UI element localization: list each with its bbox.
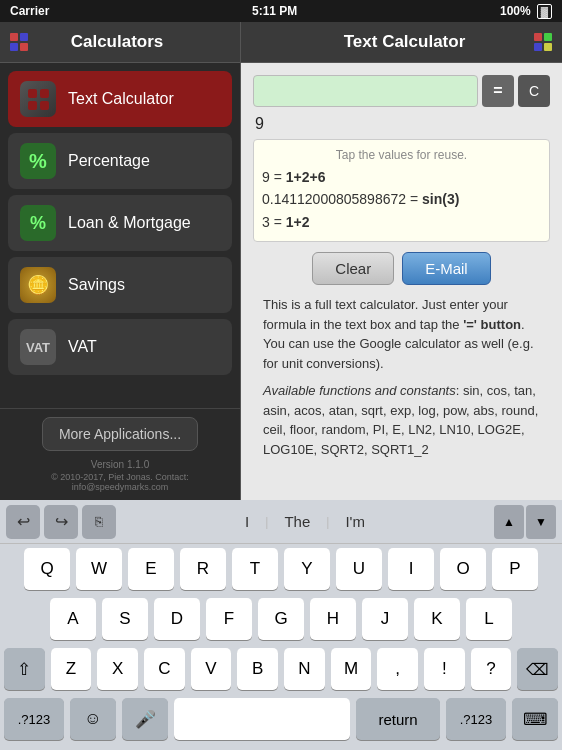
key-o[interactable]: O — [440, 548, 486, 590]
result-display: 9 — [253, 115, 550, 133]
history-item-3[interactable]: 3 = 1+2 — [262, 211, 541, 233]
history-item-2[interactable]: 0.14112000805898672 = sin(3) — [262, 188, 541, 210]
key-p[interactable]: P — [492, 548, 538, 590]
key-i[interactable]: I — [388, 548, 434, 590]
calc-item-text[interactable]: Text Calculator — [8, 71, 232, 127]
key-w[interactable]: W — [76, 548, 122, 590]
kb-row-bottom: .?123 ☺ 🎤 return .?123 ⌨ — [4, 698, 558, 744]
left-header: Calculators — [0, 22, 240, 63]
calc-item-vat[interactable]: VAT VAT — [8, 319, 232, 375]
suggestion-im[interactable]: I'm — [333, 513, 377, 530]
key-m[interactable]: M — [331, 648, 372, 690]
header-icon — [10, 33, 28, 51]
redo-button[interactable]: ↪ — [44, 505, 78, 539]
icon-dots-grid — [22, 83, 55, 116]
formula-input[interactable] — [253, 75, 478, 107]
calculator-list: Text Calculator % Percentage % Loan & Mo… — [0, 63, 240, 408]
key-z[interactable]: Z — [51, 648, 92, 690]
status-bar: Carrier 5:11 PM 100% ▓ — [0, 0, 562, 22]
ac-arrows: ▲ ▼ — [494, 505, 556, 539]
version-label: Version 1.1.0 — [8, 459, 232, 470]
description-box: This is a full text calculator. Just ent… — [253, 285, 550, 469]
clear-button[interactable]: Clear — [312, 252, 394, 285]
divider2: | — [326, 515, 329, 529]
key-j[interactable]: J — [362, 598, 408, 640]
key-b[interactable]: B — [237, 648, 278, 690]
right-header: Text Calculator — [241, 22, 562, 63]
clear-input-button[interactable]: C — [518, 75, 550, 107]
return-button[interactable]: return — [356, 698, 440, 740]
key-h[interactable]: H — [310, 598, 356, 640]
key-exclaim[interactable]: ! — [424, 648, 465, 690]
key-a[interactable]: A — [50, 598, 96, 640]
color-grid-icon — [534, 33, 552, 51]
description-text: This is a full text calculator. Just ent… — [263, 295, 540, 373]
key-question[interactable]: ? — [471, 648, 512, 690]
delete-button[interactable]: ⌫ — [517, 648, 558, 690]
more-applications-button[interactable]: More Applications... — [42, 417, 198, 451]
battery-icon: ▓ — [537, 4, 552, 19]
left-panel-title: Calculators — [28, 32, 206, 52]
space-button[interactable] — [174, 698, 350, 740]
key-k[interactable]: K — [414, 598, 460, 640]
keyboard-rows: Q W E R T Y U I O P A S D F G H J K L ⇧ … — [0, 544, 562, 748]
history-formula-2: sin(3) — [422, 191, 459, 207]
undo-button[interactable]: ↩ — [6, 505, 40, 539]
shift-button[interactable]: ⇧ — [4, 648, 45, 690]
calc-item-savings[interactable]: 🪙 Savings — [8, 257, 232, 313]
button-highlight: button — [481, 317, 521, 332]
kb-row-3: ⇧ Z X C V B N M , ! ? ⌫ — [4, 648, 558, 690]
key-v[interactable]: V — [191, 648, 232, 690]
suggestion-the[interactable]: The — [272, 513, 322, 530]
loan-label: Loan & Mortgage — [68, 214, 191, 232]
key-f[interactable]: F — [206, 598, 252, 640]
key-g[interactable]: G — [258, 598, 304, 640]
intl-button[interactable]: .?123 — [446, 698, 506, 740]
functions-label: Available functions and constants — [263, 383, 456, 398]
keyboard-button[interactable]: ⌨ — [512, 698, 558, 740]
loan-icon: % — [20, 205, 56, 241]
key-c[interactable]: C — [144, 648, 185, 690]
percentage-icon: % — [20, 143, 56, 179]
key-u[interactable]: U — [336, 548, 382, 590]
email-button[interactable]: E-Mail — [402, 252, 491, 285]
key-l[interactable]: L — [466, 598, 512, 640]
key-n[interactable]: N — [284, 648, 325, 690]
key-q[interactable]: Q — [24, 548, 70, 590]
copy-button[interactable]: ⎘ — [82, 505, 116, 539]
divider1: | — [265, 515, 268, 529]
history-tap-label: Tap the values for reuse. — [262, 148, 541, 162]
keyboard-area: ↩ ↪ ⎘ I | The | I'm ▲ ▼ Q W E R T Y U I … — [0, 500, 562, 750]
kb-row-1: Q W E R T Y U I O P — [4, 548, 558, 590]
time-label: 5:11 PM — [252, 4, 297, 18]
dot2 — [20, 33, 28, 41]
left-panel: Calculators Text Calculator % — [0, 22, 240, 500]
key-e[interactable]: E — [128, 548, 174, 590]
key-r[interactable]: R — [180, 548, 226, 590]
key-t[interactable]: T — [232, 548, 278, 590]
emoji-button[interactable]: ☺ — [70, 698, 116, 740]
suggestion-i[interactable]: I — [233, 513, 261, 530]
copyright-label: © 2010-2017, Piet Jonas. Contact: info@s… — [8, 472, 232, 492]
right-panel: Text Calculator = C 9 Tap the values for… — [241, 22, 562, 500]
input-row: = C — [253, 75, 550, 107]
history-result-1: 9 — [262, 169, 270, 185]
history-eq-1: = — [274, 169, 286, 185]
cursor-down-button[interactable]: ▼ — [526, 505, 556, 539]
cursor-up-button[interactable]: ▲ — [494, 505, 524, 539]
history-item-1[interactable]: 9 = 1+2+6 — [262, 166, 541, 188]
numbers-button[interactable]: .?123 — [4, 698, 64, 740]
key-s[interactable]: S — [102, 598, 148, 640]
calc-item-percentage[interactable]: % Percentage — [8, 133, 232, 189]
vat-label: VAT — [68, 338, 97, 356]
key-d[interactable]: D — [154, 598, 200, 640]
key-comma[interactable]: , — [377, 648, 418, 690]
action-row: Clear E-Mail — [253, 252, 550, 285]
key-x[interactable]: X — [97, 648, 138, 690]
history-eq-3: = — [274, 214, 286, 230]
calc-item-loan[interactable]: % Loan & Mortgage — [8, 195, 232, 251]
equals-button[interactable]: = — [482, 75, 514, 107]
key-y[interactable]: Y — [284, 548, 330, 590]
mic-button[interactable]: 🎤 — [122, 698, 168, 740]
eq-highlight: '=' — [463, 317, 477, 332]
